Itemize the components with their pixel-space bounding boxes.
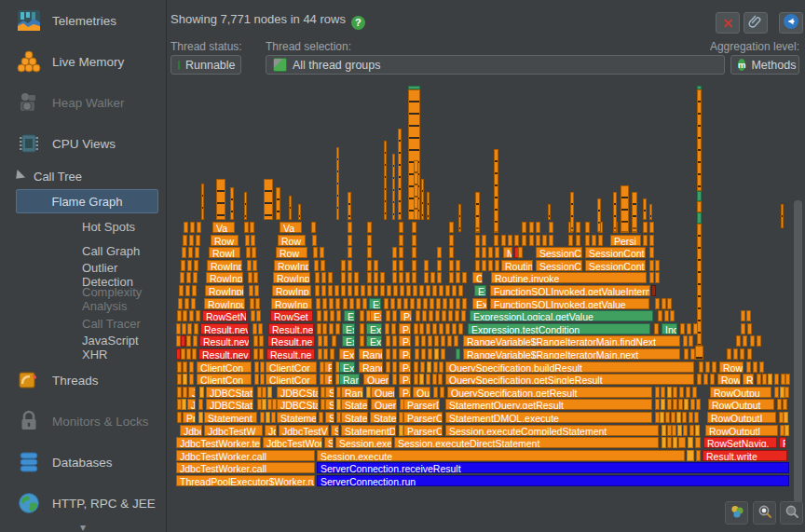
flame-bar[interactable]: RowSetNavig. — [703, 437, 777, 448]
flame-bar[interactable] — [759, 361, 764, 373]
flame-bar[interactable]: Statement — [204, 412, 257, 423]
flame-bar[interactable]: Pr — [183, 412, 196, 423]
flame-bar[interactable]: RowInp — [273, 272, 310, 283]
flame-bar[interactable] — [654, 323, 659, 334]
flame-bar[interactable]: St — [325, 387, 334, 398]
flame-bar[interactable]: RowInp — [207, 260, 242, 271]
flame-spire[interactable] — [548, 204, 551, 220]
flame-bar[interactable]: QuerySpecification.getResult — [447, 387, 652, 398]
flame-bar[interactable] — [785, 374, 790, 385]
flame-bar[interactable] — [585, 222, 590, 233]
flame-bar[interactable] — [441, 348, 445, 360]
flame-bar[interactable]: ParserCo — [403, 425, 443, 436]
flame-bar[interactable] — [360, 310, 364, 321]
flame-bar[interactable] — [184, 298, 189, 309]
flame-bar[interactable] — [449, 272, 454, 283]
flame-bar[interactable] — [182, 247, 186, 258]
flame-bar[interactable] — [392, 260, 397, 271]
flame-bar[interactable] — [643, 235, 648, 246]
flame-bar[interactable] — [249, 285, 253, 296]
flame-bar[interactable] — [198, 399, 203, 410]
flame-bar[interactable] — [318, 348, 322, 360]
flame-bar[interactable] — [678, 437, 686, 448]
flame-bar[interactable] — [667, 399, 672, 410]
flame-spire[interactable] — [695, 346, 703, 360]
flame-bar[interactable] — [651, 285, 656, 296]
vertical-scrollbar[interactable] — [794, 200, 802, 503]
flame-bar[interactable] — [494, 235, 498, 246]
flame-bar[interactable] — [423, 298, 428, 309]
flame-bar[interactable] — [416, 298, 421, 309]
flame-bar[interactable] — [435, 310, 440, 321]
flame-bar[interactable]: Staten — [341, 399, 368, 410]
flame-bar[interactable]: RowInp — [271, 298, 312, 309]
flame-bar[interactable] — [712, 361, 716, 373]
flame-bar[interactable] — [649, 222, 654, 233]
flame-bar[interactable] — [680, 323, 685, 334]
flame-bar[interactable] — [252, 247, 256, 258]
flame-bar[interactable] — [262, 387, 266, 398]
flame-bar[interactable]: RowOutputI — [707, 412, 776, 423]
flame-bar[interactable] — [762, 374, 767, 385]
flame-bar[interactable] — [448, 310, 453, 321]
flame-bar[interactable] — [343, 298, 348, 309]
flame-bar[interactable]: Routine.invoke — [491, 272, 647, 283]
flame-bar[interactable] — [178, 298, 183, 309]
flame-bar[interactable] — [322, 323, 327, 334]
flame-bar[interactable]: Result.ne — [267, 335, 315, 347]
flame-bar[interactable] — [475, 235, 480, 246]
flame-bar[interactable] — [703, 374, 708, 385]
flame-bar[interactable] — [678, 399, 683, 410]
flame-bar[interactable]: Session.execute — [335, 437, 392, 448]
flame-bar[interactable] — [549, 235, 553, 246]
flame-bar[interactable]: JD — [188, 387, 196, 398]
flame-bar[interactable] — [689, 412, 693, 423]
flame-bar[interactable]: Ex — [369, 298, 381, 309]
flame-bar[interactable] — [387, 285, 391, 296]
flame-bar[interactable] — [665, 412, 670, 423]
flame-bar[interactable] — [187, 323, 192, 334]
flame-bar[interactable] — [437, 260, 442, 271]
flame-bar[interactable] — [321, 285, 326, 296]
flame-bar[interactable] — [774, 374, 779, 385]
flame-bar[interactable]: ClientCor — [266, 361, 317, 373]
flame-bar[interactable] — [267, 387, 272, 398]
flame-bar[interactable] — [335, 323, 340, 334]
flame-bar[interactable]: Pa — [399, 335, 411, 347]
flame-bar[interactable]: Result.nev — [199, 335, 250, 347]
flame-bar[interactable] — [386, 310, 390, 321]
flame-bar[interactable] — [673, 387, 677, 398]
flame-bar[interactable] — [412, 235, 416, 246]
flame-bar[interactable] — [420, 361, 425, 373]
flame-bar[interactable] — [746, 361, 751, 373]
flame-bar[interactable]: StatementDMQL.execute — [445, 412, 652, 423]
flame-bar[interactable]: Ex — [370, 310, 382, 321]
flame-bar[interactable] — [687, 450, 694, 461]
flame-bar[interactable] — [250, 298, 254, 309]
flame-bar[interactable] — [190, 222, 195, 233]
flame-bar[interactable] — [436, 298, 441, 309]
flame-bar[interactable] — [188, 247, 193, 258]
flame-bar[interactable] — [442, 310, 446, 321]
flame-bar[interactable] — [415, 335, 419, 347]
flame-bar[interactable] — [434, 335, 439, 347]
flame-bar[interactable] — [330, 310, 334, 321]
flame-spire[interactable] — [697, 89, 702, 191]
flame-bar[interactable]: Pa — [399, 361, 411, 373]
flame-bar[interactable]: Persi — [610, 235, 641, 246]
flame-bar[interactable] — [456, 272, 460, 283]
flame-bar[interactable] — [699, 361, 703, 373]
flame-bar[interactable] — [441, 335, 445, 347]
flame-bar[interactable] — [449, 260, 454, 271]
flame-bar[interactable]: Rang — [341, 387, 363, 398]
flame-bar[interactable]: QuerySpecification.buildResult — [445, 361, 694, 373]
flame-bar[interactable] — [183, 235, 187, 246]
flame-bar[interactable] — [258, 323, 263, 334]
flame-bar[interactable] — [182, 399, 186, 410]
flame-bar[interactable]: Query — [371, 387, 395, 398]
flame-bar[interactable]: Row — [719, 361, 744, 373]
flame-bar[interactable]: RangeVariable$RangeIteratorMain.next — [463, 348, 680, 360]
flame-bar[interactable]: RowOutpu — [710, 387, 771, 398]
flame-bar[interactable] — [197, 222, 201, 233]
flame-bar[interactable]: StatementQuery.getResult — [445, 399, 652, 410]
